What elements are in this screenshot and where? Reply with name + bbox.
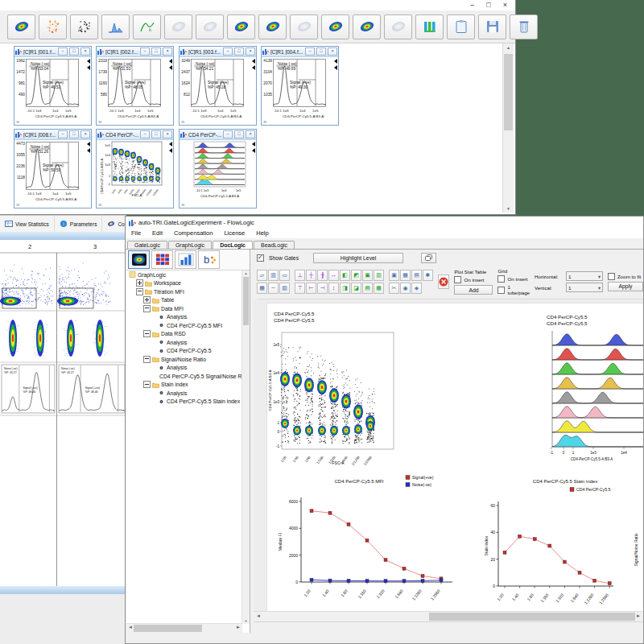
clipboard-group-button[interactable]: ▦ bbox=[400, 270, 411, 281]
tree-item-data-mfi[interactable]: Data MFI bbox=[126, 304, 242, 313]
dot-plot-black-button[interactable] bbox=[70, 14, 98, 39]
minimize-icon[interactable]: – bbox=[470, 1, 474, 10]
plot-body[interactable]: »324924371624812Noise (-ve)%P: 54.21Sign… bbox=[180, 57, 256, 126]
distribute-button[interactable]: ▥ bbox=[374, 270, 384, 281]
close-icon[interactable]: × bbox=[80, 130, 90, 138]
plot-body[interactable]: »4473335522361118Noise (-ve)%P: 51.26Sig… bbox=[14, 140, 91, 208]
histogram-plot[interactable]: Noise (-ve)%P: 51.53Signal (+ve)%P: 48.0… bbox=[108, 59, 161, 107]
tree-item-table[interactable]: Table bbox=[126, 296, 242, 305]
bar-chart-button[interactable] bbox=[175, 250, 196, 269]
menu-edit[interactable]: Edit bbox=[147, 229, 168, 237]
curve-fit-button[interactable]: k bbox=[133, 14, 161, 39]
clipboard-group-button[interactable]: ▣ bbox=[389, 270, 399, 281]
horizontal-select[interactable]: 1▾ bbox=[566, 271, 603, 281]
tree-item-signal-noise-ratio[interactable]: Signal/Noise Ratio bbox=[126, 355, 242, 364]
distribute-button[interactable]: ▤ bbox=[362, 283, 373, 294]
close-icon[interactable]: × bbox=[328, 47, 337, 56]
tab-beadlogic[interactable]: BeadLogic bbox=[254, 241, 295, 249]
distribute-button[interactable]: ▦ bbox=[374, 283, 384, 294]
show-gates-checkbox[interactable] bbox=[257, 254, 264, 262]
distribute-button[interactable]: ▣ bbox=[362, 270, 373, 281]
document-horizontal-scrollbar[interactable]: ◄ ► bbox=[254, 611, 643, 621]
tree-item-cd4-percp-cy5-5[interactable]: CD4 PerCP-Cy5.5 bbox=[126, 347, 242, 356]
minimize-icon[interactable]: – bbox=[223, 47, 233, 56]
mdi-window[interactable]: [C]R1 [002.f...–□×»231917391160580Noise … bbox=[96, 46, 174, 126]
grid-on-insert-checkbox[interactable] bbox=[497, 275, 505, 283]
tube-page-checkbox[interactable] bbox=[497, 287, 505, 294]
heatmap-grid-button[interactable] bbox=[151, 250, 173, 269]
maximize-icon[interactable]: □ bbox=[151, 47, 161, 56]
menu-help[interactable]: Help bbox=[250, 229, 274, 237]
collapse-icon[interactable] bbox=[136, 288, 143, 295]
histogram-plot[interactable]: Noise (-ve)%P: 53.04Signal (+ve)%P: 46.5… bbox=[26, 59, 79, 107]
scrollbar-thumb[interactable] bbox=[429, 613, 635, 621]
clipboard-button[interactable] bbox=[447, 14, 475, 39]
close-icon[interactable]: × bbox=[163, 47, 172, 56]
plot-body[interactable]: »4139310420701035Noise (-ve)%P: 49.69Sig… bbox=[262, 57, 338, 126]
density-plot-button[interactable] bbox=[227, 14, 255, 39]
menu-compensation[interactable]: Compensation bbox=[168, 229, 218, 237]
density-plot-button[interactable] bbox=[258, 14, 287, 39]
density-plot-button[interactable] bbox=[128, 250, 150, 269]
maximize-icon[interactable]: □ bbox=[151, 130, 161, 138]
minimize-icon[interactable]: – bbox=[58, 47, 68, 56]
distribute-button[interactable]: ◩ bbox=[351, 270, 361, 281]
toolbar-item-view-statistics[interactable]: View Statistics bbox=[0, 216, 55, 232]
expand-icon[interactable] bbox=[136, 279, 143, 287]
mdi-window[interactable]: [C]R1 [004.f...–□×»4139310420701035Noise… bbox=[261, 46, 339, 126]
align-group-button[interactable]: ↔ bbox=[328, 270, 339, 281]
scrollbar-thumb[interactable] bbox=[243, 277, 249, 325]
toolbar-item-parameters[interactable]: iParameters bbox=[55, 216, 103, 232]
density-faded-button[interactable] bbox=[164, 14, 192, 39]
titration-ridge-plot[interactable]: CD4 PerCP-Cy5.5CD4 PerCP-Cy5.5-1011e31e4… bbox=[537, 312, 643, 461]
clipboard-group-button[interactable]: ◉ bbox=[400, 283, 411, 294]
insert-object-group-button[interactable]: ▦ bbox=[257, 283, 267, 294]
collapse-icon[interactable] bbox=[143, 381, 151, 388]
plot-body[interactable]: »CD4 PerCP-Cy5.5-A B3-A1e51e41e31-11/201… bbox=[97, 140, 173, 208]
minimize-icon[interactable]: – bbox=[58, 130, 68, 138]
add-button[interactable]: Add bbox=[454, 285, 493, 295]
tree-item-analysis[interactable]: Analysis bbox=[126, 389, 242, 398]
tree-item-analysis[interactable]: Analysis bbox=[126, 338, 242, 347]
density-plot-button[interactable] bbox=[321, 14, 349, 39]
highlight-level-button[interactable]: Highlight Level bbox=[313, 253, 403, 263]
insert-object-group-button[interactable]: ─ bbox=[268, 283, 279, 294]
minimize-icon[interactable]: – bbox=[305, 47, 315, 56]
close-icon[interactable]: × bbox=[163, 130, 172, 138]
histogram-plot[interactable]: Noise (-ve)%P: 49.69Signal (+ve)%P: 49.3… bbox=[273, 59, 326, 107]
maximize-icon[interactable]: □ bbox=[69, 130, 79, 138]
insert-object-group-button[interactable]: ▥ bbox=[268, 270, 279, 281]
histogram-plot[interactable]: Noise (-ve)%P: 51.26Signal (+ve)%P: 50.5… bbox=[26, 142, 79, 190]
align-group-button[interactable]: ↕ bbox=[328, 283, 339, 294]
plate-plot-grid[interactable]: 23Noise (-ve)%P: 45.27Signal (+ve)%P: 48… bbox=[0, 240, 126, 586]
tab-gatelogic[interactable]: GateLogic bbox=[127, 241, 167, 249]
maximize-icon[interactable]: □ bbox=[69, 47, 79, 56]
maximize-icon[interactable]: □ bbox=[234, 47, 244, 56]
histogram-plot[interactable]: Noise (-ve)%P: 54.21Signal (+ve)%P: 45.1… bbox=[191, 59, 244, 107]
delete-button[interactable] bbox=[510, 14, 538, 39]
distribute-button[interactable]: ◨ bbox=[340, 283, 350, 294]
density-faded-button[interactable] bbox=[290, 14, 318, 39]
insert-object-group-button[interactable]: ▧ bbox=[279, 283, 290, 294]
mfi-line-chart[interactable]: CD4 PerCP-Cy5.5 MFISignal(+ve)Noise(-ve)… bbox=[269, 469, 486, 612]
close-icon[interactable]: × bbox=[246, 130, 255, 138]
density-faded-button[interactable] bbox=[384, 14, 412, 39]
distribute-button[interactable]: ◪ bbox=[351, 283, 361, 294]
dot-plot-orange-button[interactable] bbox=[39, 14, 67, 39]
tree-item-workspace[interactable]: Workspace bbox=[126, 279, 242, 288]
align-group-button[interactable]: ╂ bbox=[317, 270, 328, 281]
close-icon[interactable]: × bbox=[246, 47, 255, 56]
save-button[interactable] bbox=[478, 14, 506, 39]
minimize-icon[interactable]: – bbox=[223, 130, 233, 138]
titration-dot-plot[interactable]: CD4 PerCP-Cy5.5CD4 PerCP-Cy5.51e51e41e31… bbox=[267, 308, 406, 466]
tree-item-analysis[interactable]: Analysis bbox=[126, 364, 242, 373]
remove-button[interactable] bbox=[438, 275, 449, 289]
align-group-button[interactable]: ⊥ bbox=[295, 270, 305, 281]
beadlogic-button[interactable]: b bbox=[198, 250, 220, 269]
tree-item-stain-index[interactable]: Stain index bbox=[126, 381, 242, 390]
vertical-select[interactable]: 1▾ bbox=[566, 283, 603, 292]
mdi-window[interactable]: [C]R1 [008.f...–□×»4473335522361118Noise… bbox=[14, 129, 92, 208]
plot-stat-on-insert-checkbox[interactable] bbox=[454, 276, 461, 283]
collapse-icon[interactable] bbox=[143, 305, 151, 312]
contour-plot-button[interactable] bbox=[7, 14, 35, 39]
